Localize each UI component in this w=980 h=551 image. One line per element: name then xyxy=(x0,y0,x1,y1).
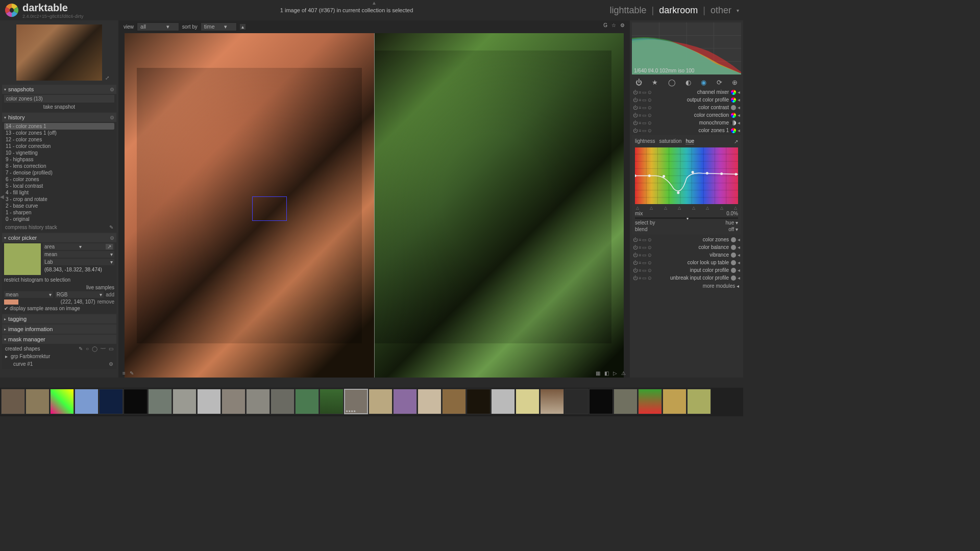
gear-icon[interactable]: ⚙ xyxy=(110,235,114,241)
module-multi-icon[interactable]: ▭ xyxy=(642,245,647,250)
module-switch-icon[interactable]: ⏻ xyxy=(633,105,638,110)
history-item[interactable]: 9 - highpass xyxy=(4,156,114,163)
gamut-icon[interactable]: ▷ xyxy=(613,370,617,376)
filmstrip-thumb[interactable] xyxy=(418,389,442,414)
gear-icon[interactable]: ⚙ xyxy=(109,361,113,367)
left-expand-handle[interactable]: ◀ xyxy=(0,194,4,199)
view-select[interactable]: all ▾ xyxy=(137,22,179,31)
history-item[interactable]: 13 - color zones 1 (off) xyxy=(4,130,114,136)
history-item[interactable]: 5 - local contrast xyxy=(4,183,114,189)
module-expand-icon[interactable]: ◂ xyxy=(738,128,740,133)
filmstrip-thumb[interactable] xyxy=(589,389,613,414)
filmstrip-thumb[interactable] xyxy=(26,389,50,414)
history-item[interactable]: 10 - vignetting xyxy=(4,149,114,156)
module-switch-icon[interactable]: ⏻ xyxy=(633,120,638,126)
module-expand-icon[interactable]: ◂ xyxy=(738,244,740,250)
history-item[interactable]: 2 - base curve xyxy=(4,203,114,209)
module-multi-icon[interactable]: ▭ xyxy=(642,260,647,265)
module-switch-icon[interactable]: ⏻ xyxy=(633,128,638,133)
filmstrip-thumb[interactable] xyxy=(369,389,393,414)
module-reset-icon[interactable]: ⊙ xyxy=(648,113,652,118)
module-menu-icon[interactable]: ≡ xyxy=(639,276,641,281)
snapshot-item[interactable]: color zones (13) xyxy=(4,95,114,103)
module-reset-icon[interactable]: ⊙ xyxy=(648,253,652,258)
module-expand-icon[interactable]: ◂ xyxy=(738,237,740,242)
filmstrip-thumb[interactable] xyxy=(148,389,172,414)
history-item[interactable]: 3 - crop and rotate xyxy=(4,196,114,203)
filmstrip[interactable]: ★★★★ xyxy=(0,388,743,416)
filmstrip-thumb[interactable] xyxy=(271,389,295,414)
history-item[interactable]: 6 - color zones xyxy=(4,176,114,183)
filmstrip-thumb[interactable] xyxy=(197,389,221,414)
quick-access-icon[interactable]: ≡ xyxy=(122,370,126,376)
ellipse-icon[interactable]: ◯ xyxy=(92,346,97,352)
module-switch-icon[interactable]: ⏻ xyxy=(633,260,638,265)
module-reset-icon[interactable]: ⊙ xyxy=(648,97,652,103)
module-switch-icon[interactable]: ⏻ xyxy=(633,97,638,103)
mask-curve[interactable]: curve #1 xyxy=(13,361,106,367)
module-reset-icon[interactable]: ⊙ xyxy=(648,120,652,126)
color-zones-graph[interactable] xyxy=(635,147,738,204)
filmstrip-thumb[interactable] xyxy=(516,389,540,414)
module-menu-icon[interactable]: ≡ xyxy=(639,120,641,126)
module-reset-icon[interactable]: ⊙ xyxy=(648,268,652,273)
module-switch-icon[interactable]: ⏻ xyxy=(633,113,638,118)
filmstrip-thumb[interactable] xyxy=(50,389,74,414)
take-snapshot-button[interactable]: take snapshot xyxy=(4,103,114,111)
colorpicker-header[interactable]: ▾ color picker ⚙ xyxy=(2,233,116,242)
history-item[interactable]: 4 - fill light xyxy=(4,189,114,196)
filmstrip-thumb[interactable] xyxy=(540,389,564,414)
history-item[interactable]: 1 - sharpen xyxy=(4,209,114,216)
softproof-icon[interactable]: ◧ xyxy=(604,370,609,376)
filmstrip-thumb[interactable] xyxy=(638,389,662,414)
history-header[interactable]: ▾ history ⚙ xyxy=(2,113,116,122)
navigation-thumbnail[interactable]: ⤢ xyxy=(16,24,102,81)
gear-icon[interactable]: ⚙ xyxy=(110,87,114,92)
module-multi-icon[interactable]: ▭ xyxy=(642,253,647,258)
module-menu-icon[interactable]: ≡ xyxy=(639,97,641,103)
picker-icon[interactable]: ↗ xyxy=(106,244,113,249)
module-menu-icon[interactable]: ≡ xyxy=(639,113,641,118)
mask-group[interactable]: grp Farbkorrektur xyxy=(11,354,50,359)
module-row[interactable]: ⏻≡▭⊙ channel mixer ◂ xyxy=(630,88,743,96)
filmstrip-thumb[interactable] xyxy=(442,389,466,414)
module-group-favorites-icon[interactable]: ★ xyxy=(652,79,658,86)
cz-tab-lightness[interactable]: lightness xyxy=(635,138,655,144)
sort-select[interactable]: time ▾ xyxy=(201,22,237,31)
picker-mode-select[interactable]: area xyxy=(44,244,55,249)
module-menu-icon[interactable]: ≡ xyxy=(639,268,641,273)
module-multi-icon[interactable]: ▭ xyxy=(642,105,647,110)
remove-sample-button[interactable]: remove xyxy=(97,299,114,305)
module-row[interactable]: ⏻≡▭⊙ unbreak input color profile ◂ xyxy=(630,274,743,282)
filmstrip-thumb[interactable] xyxy=(173,389,197,414)
module-expand-icon[interactable]: ◂ xyxy=(738,97,740,103)
module-reset-icon[interactable]: ⊙ xyxy=(648,90,652,95)
module-group-basic-icon[interactable]: ◯ xyxy=(668,79,676,86)
filmstrip-thumb[interactable] xyxy=(295,389,319,414)
cz-mix-slider[interactable]: ▾ xyxy=(635,217,738,219)
restrict-histogram-label[interactable]: restrict histogram to selection xyxy=(4,276,114,284)
module-row[interactable]: ⏻≡▭⊙ color look up table ◂ xyxy=(630,259,743,266)
module-expand-icon[interactable]: ◂ xyxy=(738,260,740,265)
filmstrip-thumb[interactable] xyxy=(99,389,123,414)
filmstrip-thumb[interactable] xyxy=(687,389,711,414)
display-samples-checkbox[interactable]: display sample areas on image xyxy=(10,306,80,311)
overexposed-icon[interactable]: ⚠ xyxy=(621,370,626,376)
history-item[interactable]: 11 - color correction xyxy=(4,143,114,149)
dropdown-icon[interactable]: ▾ xyxy=(737,8,739,13)
split-divider[interactable] xyxy=(374,33,375,378)
module-multi-icon[interactable]: ▭ xyxy=(642,120,647,126)
filmstrip-thumb[interactable] xyxy=(75,389,99,414)
module-multi-icon[interactable]: ▭ xyxy=(642,90,647,95)
module-reset-icon[interactable]: ⊙ xyxy=(648,237,652,242)
module-row[interactable]: ⏻≡▭⊙ color zones 1 ◂ xyxy=(630,127,743,134)
compress-history-button[interactable]: compress history stack xyxy=(5,224,57,230)
history-item[interactable]: 0 - original xyxy=(4,216,114,222)
filmstrip-thumb[interactable]: ★★★★ xyxy=(344,389,368,414)
module-expand-icon[interactable]: ◂ xyxy=(738,267,740,273)
module-switch-icon[interactable]: ⏻ xyxy=(633,276,638,281)
filmstrip-thumb[interactable] xyxy=(614,389,638,414)
module-reset-icon[interactable]: ⊙ xyxy=(648,105,652,110)
display-icon[interactable]: ▦ xyxy=(596,370,600,376)
filmstrip-thumb[interactable] xyxy=(565,389,589,414)
